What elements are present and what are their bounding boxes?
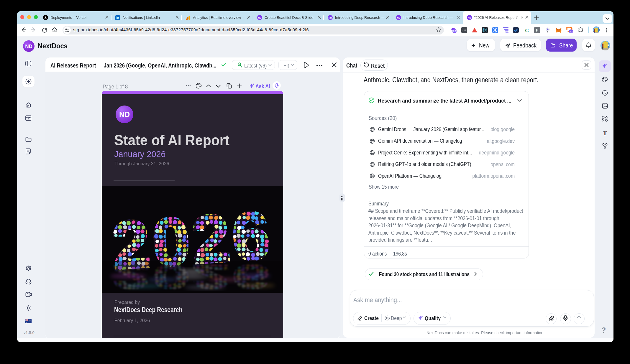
svg-text:20: 20 [453, 29, 456, 33]
svg-text:in: in [117, 16, 119, 19]
svg-text:12: 12 [570, 30, 573, 33]
svg-text:ND: ND [258, 17, 262, 19]
svg-text:F: F [536, 28, 538, 32]
svg-text:G: G [525, 27, 529, 33]
svg-text:ND: ND [119, 110, 130, 118]
svg-text:ND: ND [25, 44, 32, 49]
svg-text:ND: ND [468, 17, 471, 19]
svg-text:ND: ND [329, 17, 332, 19]
svg-text:ND: ND [397, 17, 401, 19]
